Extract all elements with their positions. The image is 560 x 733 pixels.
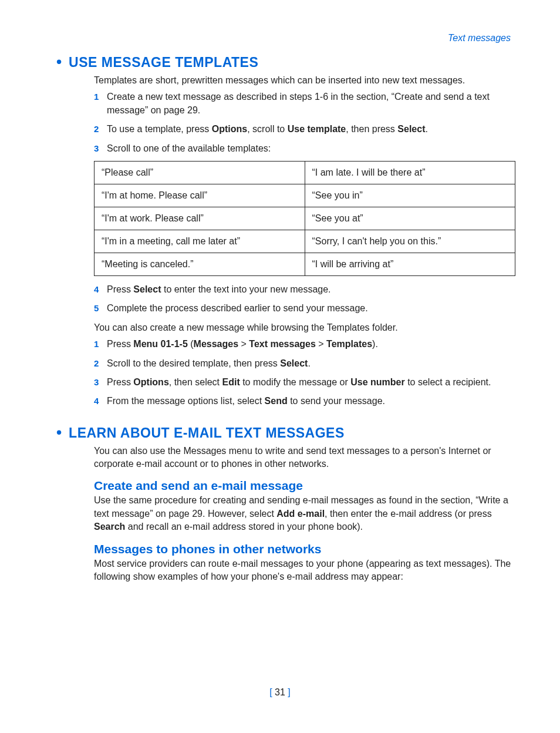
steps-list-c: 1 Press Menu 01-1-5 (Messages > Text mes… bbox=[94, 338, 513, 408]
table-cell: “I'm at home. Please call” bbox=[95, 184, 305, 207]
table-row: “Please call” “I am late. I will be ther… bbox=[95, 161, 515, 184]
step-item: 2 To use a template, press Options, scro… bbox=[94, 123, 513, 136]
table-cell: “I'm in a meeting, call me later at” bbox=[95, 230, 305, 253]
step-number: 1 bbox=[94, 338, 99, 350]
step-number: 3 bbox=[94, 376, 99, 388]
subsection-title: Messages to phones in other networks bbox=[94, 542, 513, 556]
subsection-text: Use the same procedure for creating and … bbox=[94, 494, 513, 533]
bullet-icon: • bbox=[56, 425, 62, 440]
step-number: 4 bbox=[94, 395, 99, 407]
table-cell: “I am late. I will be there at” bbox=[305, 161, 515, 184]
step-text: Complete the process described earlier t… bbox=[107, 303, 368, 313]
section-title: LEARN ABOUT E-MAIL TEXT MESSAGES bbox=[69, 425, 345, 441]
bullet-icon: • bbox=[56, 54, 62, 69]
step-item: 4 From the message options list, select … bbox=[94, 395, 513, 408]
step-number: 2 bbox=[94, 123, 99, 135]
table-cell: “See you in” bbox=[305, 184, 515, 207]
step-number: 1 bbox=[94, 90, 99, 103]
step-item: 5 Complete the process described earlier… bbox=[94, 302, 513, 315]
section-heading: • LEARN ABOUT E-MAIL TEXT MESSAGES bbox=[56, 425, 513, 441]
section-heading: • USE MESSAGE TEMPLATES bbox=[56, 54, 513, 70]
step-text: Press Options, then select Edit to modif… bbox=[107, 377, 491, 387]
page-number: [ 31 ] bbox=[0, 687, 560, 698]
table-cell: “Meeting is canceled.” bbox=[95, 253, 305, 275]
step-number: 4 bbox=[94, 283, 99, 295]
subsection-text: Most service providers can route e-mail … bbox=[94, 557, 513, 584]
step-text: Press Select to enter the text into your… bbox=[107, 284, 331, 294]
steps-list-b: 4 Press Select to enter the text into yo… bbox=[94, 283, 513, 315]
header-breadcrumb: Text messages bbox=[70, 33, 513, 43]
bracket-open: [ bbox=[269, 687, 275, 697]
step-item: 3 Press Options, then select Edit to mod… bbox=[94, 376, 513, 389]
step-text: From the message options list, select Se… bbox=[107, 396, 385, 406]
step-number: 3 bbox=[94, 142, 99, 154]
after-para: You can also create a new message while … bbox=[94, 321, 513, 334]
table-row: “I'm at home. Please call” “See you in” bbox=[95, 184, 515, 207]
bracket-close: ] bbox=[285, 687, 291, 697]
step-number: 5 bbox=[94, 302, 99, 314]
step-item: 2 Scroll to the desired template, then p… bbox=[94, 357, 513, 370]
step-number: 2 bbox=[94, 357, 99, 369]
table-cell: “Please call” bbox=[95, 161, 305, 184]
templates-table: “Please call” “I am late. I will be ther… bbox=[94, 161, 515, 276]
section-learn-email-text-messages: • LEARN ABOUT E-MAIL TEXT MESSAGES You c… bbox=[70, 425, 513, 584]
table-cell: “I will be arriving at” bbox=[305, 253, 515, 275]
table-cell: “See you at” bbox=[305, 207, 515, 230]
document-page: Text messages • USE MESSAGE TEMPLATES Te… bbox=[0, 0, 560, 733]
step-text: Scroll to one of the available templates… bbox=[107, 143, 271, 153]
step-text: Press Menu 01-1-5 (Messages > Text messa… bbox=[107, 339, 378, 349]
step-text: To use a template, press Options, scroll… bbox=[107, 124, 428, 134]
intro-text: Templates are short, prewritten messages… bbox=[94, 74, 513, 87]
table-row: “I'm at work. Please call” “See you at” bbox=[95, 207, 515, 230]
table-row: “I'm in a meeting, call me later at” “So… bbox=[95, 230, 515, 253]
table-cell: “Sorry, I can't help you on this.” bbox=[305, 230, 515, 253]
table-cell: “I'm at work. Please call” bbox=[95, 207, 305, 230]
step-item: 4 Press Select to enter the text into yo… bbox=[94, 283, 513, 296]
step-item: 3 Scroll to one of the available templat… bbox=[94, 142, 513, 155]
steps-list-a: 1 Create a new text message as described… bbox=[94, 90, 513, 155]
step-item: 1 Press Menu 01-1-5 (Messages > Text mes… bbox=[94, 338, 513, 351]
subsection-title: Create and send an e-mail message bbox=[94, 479, 513, 493]
step-text: Scroll to the desired template, then pre… bbox=[107, 358, 311, 368]
intro-text: You can also use the Messages menu to wr… bbox=[94, 445, 513, 471]
table-row: “Meeting is canceled.” “I will be arrivi… bbox=[95, 253, 515, 275]
section-use-message-templates: • USE MESSAGE TEMPLATES Templates are sh… bbox=[70, 54, 513, 408]
step-item: 1 Create a new text message as described… bbox=[94, 90, 513, 117]
section-title: USE MESSAGE TEMPLATES bbox=[69, 55, 258, 70]
step-text: Create a new text message as described i… bbox=[107, 92, 490, 115]
page-number-value: 31 bbox=[275, 687, 285, 697]
